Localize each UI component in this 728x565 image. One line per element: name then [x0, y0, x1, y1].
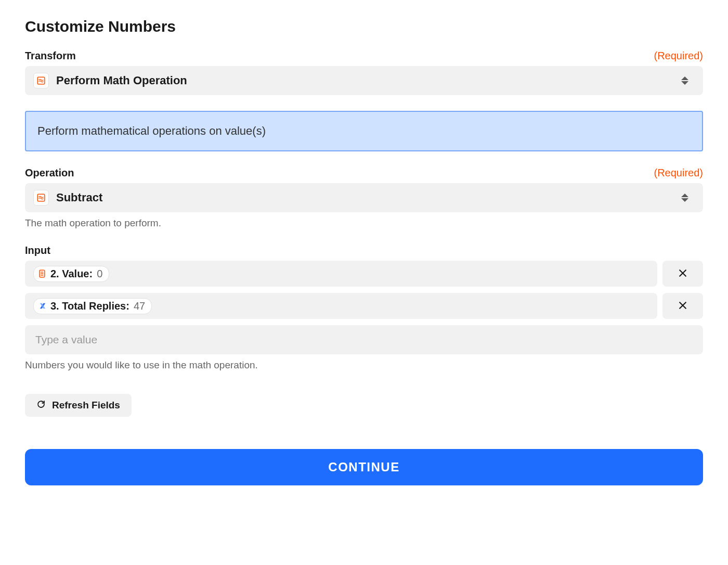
input-row-1: 3. Total Replies: 47	[25, 293, 703, 319]
transform-select[interactable]: Perform Math Operation	[25, 66, 703, 95]
input-label: Input	[25, 245, 50, 256]
operation-select[interactable]: Subtract	[25, 183, 703, 212]
input-pill[interactable]: 3. Total Replies: 47	[33, 298, 152, 314]
refresh-fields-label: Refresh Fields	[52, 400, 120, 411]
input-value-textfield[interactable]	[35, 333, 693, 346]
numbers-app-icon	[33, 190, 49, 206]
input-label-row: Input	[25, 245, 703, 256]
operation-helper: The math operation to perform.	[25, 217, 703, 229]
input-pill-label: 3. Total Replies:	[50, 300, 129, 312]
input-helper: Numbers you would like to use in the mat…	[25, 359, 703, 371]
svg-rect-1	[37, 194, 45, 201]
transform-label: Transform	[25, 50, 76, 62]
operation-required-badge: (Required)	[654, 167, 703, 179]
updown-caret-icon	[681, 192, 688, 203]
refresh-icon	[36, 400, 46, 412]
numbers-app-icon	[33, 73, 49, 88]
input-value-entry[interactable]	[25, 325, 703, 354]
storage-icon	[38, 269, 47, 278]
remove-input-button[interactable]	[662, 293, 703, 319]
helpscout-icon	[38, 301, 47, 311]
close-icon	[678, 268, 688, 280]
transform-info-banner: Perform mathematical operations on value…	[25, 111, 703, 151]
transform-required-badge: (Required)	[654, 50, 703, 62]
input-row-0: 2. Value: 0	[25, 261, 703, 287]
input-value-box[interactable]: 2. Value: 0	[25, 261, 657, 287]
input-value-box[interactable]: 3. Total Replies: 47	[25, 293, 657, 319]
operation-select-value: Subtract	[56, 191, 102, 204]
operation-label: Operation	[25, 167, 74, 179]
remove-input-button[interactable]	[662, 261, 703, 287]
input-pill[interactable]: 2. Value: 0	[33, 266, 109, 282]
input-pill-label: 2. Value:	[50, 268, 93, 280]
input-pill-value: 47	[134, 300, 145, 312]
operation-label-row: Operation (Required)	[25, 167, 703, 179]
svg-rect-0	[37, 77, 45, 84]
transform-label-row: Transform (Required)	[25, 50, 703, 62]
page-title: Customize Numbers	[25, 18, 703, 35]
transform-select-value: Perform Math Operation	[56, 74, 187, 87]
continue-button[interactable]: CONTINUE	[25, 449, 703, 485]
close-icon	[678, 300, 688, 312]
updown-caret-icon	[681, 75, 688, 86]
refresh-fields-button[interactable]: Refresh Fields	[25, 394, 132, 417]
input-pill-value: 0	[97, 268, 102, 280]
